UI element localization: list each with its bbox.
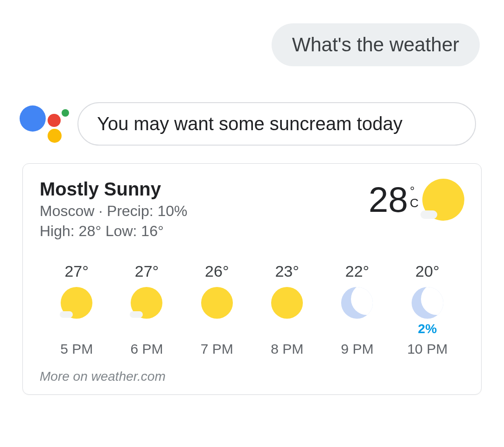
forecast-hour[interactable]: 22°9 PM	[322, 262, 392, 357]
forecast-hour-label: 6 PM	[112, 341, 182, 357]
more-weather-link[interactable]: More on weather.com	[40, 369, 464, 384]
sun-cloud-icon	[61, 287, 92, 319]
forecast-hour[interactable]: 20°2%10 PM	[392, 262, 462, 357]
forecast-temp: 27°	[112, 262, 182, 280]
sun-cloud-icon	[131, 287, 162, 319]
moon-icon	[412, 287, 443, 319]
forecast-hour-label: 10 PM	[392, 341, 462, 357]
current-weather-icon	[422, 179, 464, 221]
sun-icon	[201, 287, 233, 319]
assistant-dot-blue-icon	[20, 105, 46, 132]
current-temp: 28 ° C	[369, 182, 419, 217]
weather-card-header: Mostly Sunny Moscow · Precip: 10% High: …	[40, 179, 464, 240]
moon-icon	[341, 287, 373, 319]
forecast-hour[interactable]: 23°8 PM	[252, 262, 322, 357]
forecast-hour[interactable]: 27°5 PM	[42, 262, 112, 357]
scale-symbol: C	[410, 197, 419, 209]
sun-icon	[271, 287, 303, 319]
assistant-dot-green-icon	[62, 109, 69, 117]
cloud-icon	[420, 210, 434, 219]
forecast-precip	[322, 321, 392, 337]
forecast-hour[interactable]: 27°6 PM	[112, 262, 182, 357]
assistant-dot-yellow-icon	[48, 129, 62, 143]
moon-icon	[412, 287, 443, 319]
forecast-temp: 26°	[182, 262, 252, 280]
cloud-icon	[130, 311, 140, 318]
weather-high-low: High: 28° Low: 16°	[40, 223, 188, 240]
assistant-row: You may want some suncream today	[19, 98, 476, 149]
forecast-precip: 2%	[392, 321, 462, 337]
weather-summary: Mostly Sunny	[40, 179, 188, 200]
current-temp-value: 28	[369, 182, 408, 217]
forecast-hour-label: 8 PM	[252, 341, 322, 357]
weather-current-block: 28 ° C	[369, 179, 464, 221]
weather-card[interactable]: Mostly Sunny Moscow · Precip: 10% High: …	[22, 163, 482, 395]
forecast-hour-label: 7 PM	[182, 341, 252, 357]
temp-unit: ° C	[410, 185, 419, 209]
forecast-precip	[182, 321, 252, 337]
hourly-forecast: 27°5 PM27°6 PM26°7 PM23°8 PM22°9 PM20°2%…	[40, 262, 464, 357]
forecast-temp: 22°	[322, 262, 392, 280]
moon-icon	[341, 287, 373, 319]
forecast-temp: 23°	[252, 262, 322, 280]
sun-icon	[201, 287, 233, 319]
forecast-hour[interactable]: 26°7 PM	[182, 262, 252, 357]
forecast-precip	[112, 321, 182, 337]
assistant-dot-red-icon	[48, 114, 61, 127]
assistant-logo-icon	[19, 98, 70, 149]
user-message-bubble: What's the weather	[272, 23, 480, 66]
sun-icon	[271, 287, 303, 319]
weather-location-line: Moscow · Precip: 10%	[40, 203, 188, 220]
forecast-precip	[252, 321, 322, 337]
degree-symbol: °	[410, 185, 419, 197]
forecast-precip	[42, 321, 112, 337]
weather-location: Moscow	[40, 203, 94, 219]
forecast-temp: 27°	[42, 262, 112, 280]
cloud-icon	[60, 311, 70, 318]
forecast-hour-label: 5 PM	[42, 341, 112, 357]
separator: ·	[94, 203, 107, 219]
forecast-hour-label: 9 PM	[322, 341, 392, 357]
weather-precip: Precip: 10%	[107, 203, 188, 219]
forecast-temp: 20°	[392, 262, 462, 280]
weather-summary-block: Mostly Sunny Moscow · Precip: 10% High: …	[40, 179, 188, 240]
assistant-message-bubble: You may want some suncream today	[77, 102, 476, 146]
